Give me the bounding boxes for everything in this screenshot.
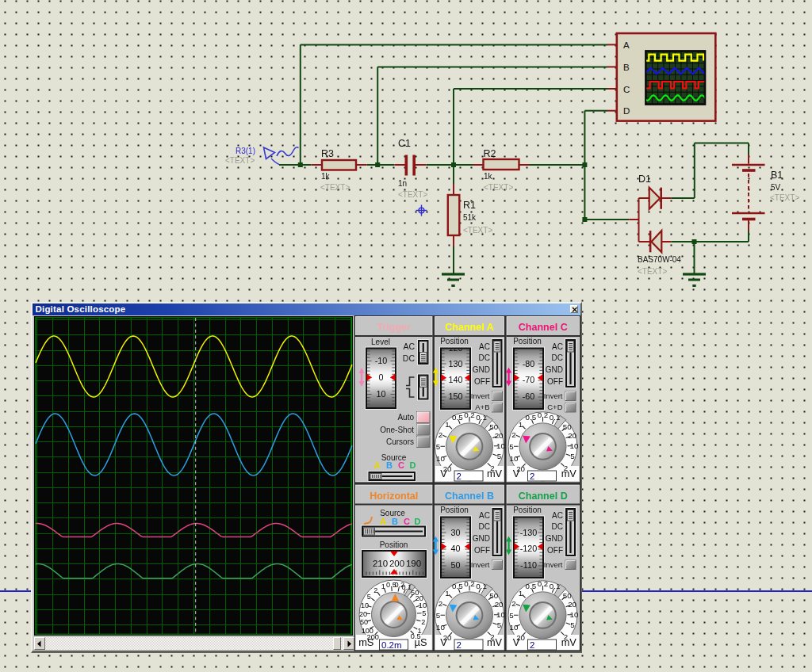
svg-text:Channel A: Channel A: [445, 322, 493, 333]
svg-text:40: 40: [450, 544, 460, 553]
svg-text:210: 210: [373, 559, 388, 568]
svg-text:One-Shot: One-Shot: [380, 426, 414, 434]
svg-text:<TEXT>: <TEXT>: [398, 190, 427, 199]
svg-text:DC: DC: [552, 353, 563, 362]
svg-text:140: 140: [448, 375, 462, 384]
svg-text:30: 30: [450, 528, 460, 537]
svg-text:0.5: 0.5: [526, 582, 537, 590]
svg-text:5: 5: [497, 452, 502, 460]
svg-text:130: 130: [448, 359, 462, 368]
svg-text:1: 1: [519, 589, 523, 598]
svg-text:DC: DC: [479, 353, 490, 362]
svg-text:Cursors: Cursors: [386, 437, 414, 446]
svg-text:10: 10: [436, 454, 445, 463]
svg-text:C1: C1: [398, 138, 411, 149]
svg-text:A: A: [623, 40, 630, 50]
svg-text:C: C: [398, 460, 404, 470]
svg-text:190: 190: [406, 559, 421, 568]
svg-text:50: 50: [563, 422, 572, 431]
svg-text:Channel D: Channel D: [519, 491, 568, 502]
svg-text:20: 20: [568, 431, 576, 440]
svg-text:-10: -10: [375, 356, 388, 365]
svg-text:R2: R2: [484, 148, 496, 159]
svg-text:<TEXT>: <TEXT>: [484, 183, 513, 192]
svg-text:5: 5: [570, 452, 575, 460]
svg-text:50: 50: [563, 591, 572, 600]
svg-text:1: 1: [445, 420, 449, 429]
svg-text:C: C: [404, 517, 410, 526]
svg-text:200: 200: [389, 559, 404, 568]
svg-text:20: 20: [495, 431, 504, 440]
svg-text:5: 5: [497, 620, 502, 629]
svg-text:Position: Position: [380, 540, 408, 549]
svg-text:-60: -60: [523, 391, 535, 401]
svg-text:C: C: [623, 85, 630, 94]
svg-text:OFF: OFF: [547, 377, 563, 386]
svg-text:2: 2: [439, 599, 442, 608]
svg-text:B1: B1: [771, 170, 783, 181]
svg-text:10: 10: [510, 623, 519, 632]
svg-text:-130: -130: [520, 528, 538, 537]
svg-text:µS: µS: [415, 636, 427, 648]
svg-text:BAS70W-04: BAS70W-04: [638, 255, 681, 264]
svg-text:51k: 51k: [463, 213, 477, 222]
svg-text:D1: D1: [638, 174, 651, 185]
svg-text:A: A: [380, 517, 386, 526]
svg-text:0.2m: 0.2m: [381, 640, 402, 650]
svg-text:GND: GND: [546, 534, 563, 543]
svg-text:0: 0: [378, 372, 383, 382]
svg-text:5: 5: [436, 442, 441, 451]
svg-text:<TEXT>: <TEXT>: [463, 226, 492, 235]
svg-text:A: A: [374, 460, 381, 470]
svg-text:10: 10: [510, 454, 519, 463]
svg-text:OFF: OFF: [474, 377, 490, 386]
svg-text:AC: AC: [479, 342, 490, 351]
svg-text:V: V: [513, 468, 520, 479]
svg-text:5: 5: [509, 611, 514, 620]
svg-text:B: B: [392, 517, 398, 526]
svg-text:10: 10: [376, 389, 385, 399]
svg-text:D: D: [410, 460, 416, 470]
svg-text:R3: R3: [321, 148, 334, 159]
svg-text:D: D: [623, 106, 630, 116]
svg-text:V: V: [440, 468, 447, 479]
svg-text:1: 1: [445, 589, 449, 598]
svg-text:1k: 1k: [321, 172, 331, 181]
svg-text:R3(1): R3(1): [236, 147, 255, 155]
svg-text:2: 2: [511, 430, 515, 439]
svg-text:AC: AC: [479, 511, 490, 520]
svg-text:B: B: [623, 63, 630, 72]
svg-text:0.5: 0.5: [452, 582, 463, 590]
svg-text:50: 50: [489, 591, 498, 600]
svg-text:Auto: Auto: [397, 413, 414, 422]
svg-text:10: 10: [361, 601, 369, 609]
svg-text:0.1: 0.1: [550, 582, 561, 590]
svg-text:mS: mS: [358, 636, 373, 648]
svg-text:10: 10: [419, 601, 427, 609]
svg-text:-80: -80: [523, 359, 535, 368]
svg-text:-110: -110: [520, 560, 537, 570]
svg-text:Position: Position: [513, 337, 542, 346]
svg-text:OFF: OFF: [474, 546, 490, 555]
svg-text:Trigger: Trigger: [377, 322, 412, 333]
svg-text:D: D: [415, 517, 421, 526]
svg-text:DC: DC: [479, 522, 490, 531]
svg-text:0.1: 0.1: [476, 413, 487, 422]
svg-text:2: 2: [530, 472, 534, 481]
svg-text:2: 2: [439, 430, 442, 439]
svg-text:20: 20: [495, 600, 504, 609]
svg-text:R1: R1: [463, 200, 476, 211]
svg-text:150: 150: [448, 391, 462, 401]
svg-text:0.5: 0.5: [526, 413, 537, 422]
svg-text:50: 50: [360, 618, 368, 626]
svg-text:Position: Position: [513, 506, 542, 514]
svg-text:GND: GND: [473, 365, 490, 374]
svg-text:Horizontal: Horizontal: [370, 491, 418, 502]
svg-text:mV: mV: [561, 468, 577, 479]
svg-text:0.1: 0.1: [550, 413, 561, 422]
svg-text:B: B: [386, 460, 393, 470]
svg-text:0.5: 0.5: [452, 413, 463, 422]
svg-text:V: V: [513, 636, 520, 648]
svg-text:-70: -70: [523, 375, 535, 384]
svg-text:AC: AC: [552, 342, 563, 351]
